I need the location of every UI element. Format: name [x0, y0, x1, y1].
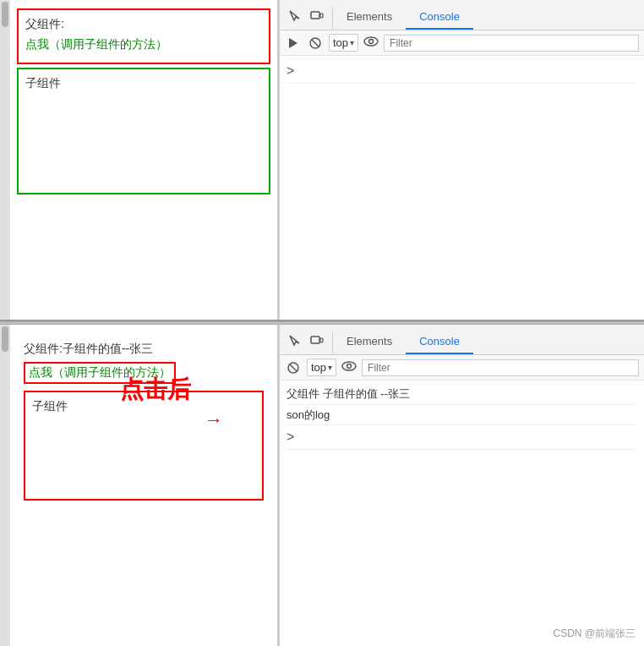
- svg-line-4: [312, 40, 319, 47]
- cursor-icon[interactable]: [287, 8, 303, 25]
- top-top-dropdown[interactable]: top ▾: [329, 34, 358, 52]
- top-console-content: >: [280, 56, 644, 320]
- svg-marker-2: [289, 38, 297, 48]
- bottom-cursor-icon[interactable]: [287, 332, 303, 349]
- bottom-left-content: 父组件:子组件的值--张三 点我（调用子组件的方法） 子组件: [17, 333, 270, 509]
- bottom-console-line-3: >: [287, 425, 637, 450]
- bottom-elements-tab[interactable]: Elements: [333, 330, 406, 354]
- scroll-thumb: [2, 2, 8, 27]
- bottom-devtools-toolbar: top ▾: [280, 355, 644, 380]
- top-run-icon[interactable]: [285, 35, 302, 52]
- top-parent-label: 父组件:: [25, 17, 262, 32]
- bottom-left-panel: 点击后 → 父组件:子组件的值--张三 点我（调用子组件的方法） 子组件: [10, 325, 277, 646]
- top-elements-tab[interactable]: Elements: [333, 5, 406, 30]
- bottom-left-scrollbar[interactable]: [0, 325, 10, 646]
- bottom-scroll-thumb: [2, 326, 8, 352]
- arrow-right-icon: →: [205, 409, 223, 431]
- top-console-tab[interactable]: Console: [406, 5, 473, 30]
- top-dropdown-label: top: [333, 36, 348, 49]
- top-section: 父组件: 点我（调用子组件的方法） 子组件: [0, 0, 644, 321]
- bottom-dropdown-arrow: ▾: [328, 363, 332, 372]
- top-console-line-1: >: [287, 59, 637, 84]
- top-tab-icons: [283, 8, 333, 30]
- bottom-console-line-2: son的log: [287, 405, 637, 426]
- top-left-scrollbar[interactable]: [0, 0, 10, 320]
- svg-point-12: [347, 364, 352, 368]
- svg-rect-0: [311, 12, 319, 19]
- bottom-block-icon[interactable]: [285, 359, 302, 376]
- watermark: CSDN @前端张三: [553, 627, 636, 641]
- bottom-console-text-1: 父组件 子组件的值 --张三: [287, 386, 410, 402]
- bottom-dropdown-label: top: [311, 361, 326, 374]
- top-left-panel: 父组件: 点我（调用子组件的方法） 子组件: [10, 0, 277, 320]
- bottom-tab-icons: [283, 332, 333, 354]
- top-devtools-panel: Elements Console top ▾: [279, 0, 644, 320]
- top-console-chevron[interactable]: >: [287, 61, 294, 81]
- device-icon[interactable]: [308, 8, 325, 25]
- dianji-hou-label: 点击后: [120, 374, 191, 406]
- top-click-button[interactable]: 点我（调用子组件的方法）: [25, 37, 167, 52]
- top-eye-icon[interactable]: [363, 36, 379, 51]
- svg-point-5: [364, 37, 378, 46]
- bottom-top-dropdown[interactable]: top ▾: [307, 359, 336, 376]
- top-block-icon[interactable]: [307, 35, 324, 52]
- bottom-devtools-tabs: Elements Console: [280, 325, 644, 355]
- bottom-console-tab[interactable]: Console: [406, 330, 473, 354]
- top-dropdown-arrow: ▾: [350, 38, 354, 47]
- main-container: 父组件: 点我（调用子组件的方法） 子组件: [0, 0, 644, 646]
- bottom-eye-icon[interactable]: [341, 360, 357, 375]
- svg-rect-7: [311, 337, 319, 343]
- bottom-child-label: 子组件: [32, 399, 68, 413]
- top-child-box: 子组件: [17, 68, 270, 194]
- bottom-devtools-panel: Elements Console top ▾ 父组件: [279, 325, 644, 646]
- bottom-console-line-1: 父组件 子组件的值 --张三: [287, 384, 637, 405]
- top-parent-box: 父组件: 点我（调用子组件的方法）: [17, 8, 270, 64]
- bottom-filter-input[interactable]: [362, 359, 639, 376]
- bottom-device-icon[interactable]: [308, 332, 325, 349]
- top-child-label: 子组件: [25, 76, 61, 90]
- top-devtools-tabs: Elements Console: [280, 0, 644, 30]
- bottom-console-content: 父组件 子组件的值 --张三 son的log >: [280, 380, 644, 646]
- svg-rect-8: [320, 338, 323, 342]
- svg-point-11: [342, 362, 356, 370]
- bottom-section: 点击后 → 父组件:子组件的值--张三 点我（调用子组件的方法） 子组件: [0, 325, 644, 646]
- svg-line-10: [290, 364, 297, 371]
- top-filter-input[interactable]: [384, 35, 639, 52]
- bottom-child-box: 子组件: [24, 391, 264, 501]
- svg-rect-1: [320, 14, 323, 18]
- top-devtools-toolbar: top ▾: [280, 30, 644, 56]
- bottom-console-text-2: son的log: [287, 407, 330, 424]
- bottom-console-chevron[interactable]: >: [287, 427, 294, 447]
- bottom-parent-value: 父组件:子组件的值--张三: [24, 342, 264, 357]
- svg-point-6: [369, 39, 374, 43]
